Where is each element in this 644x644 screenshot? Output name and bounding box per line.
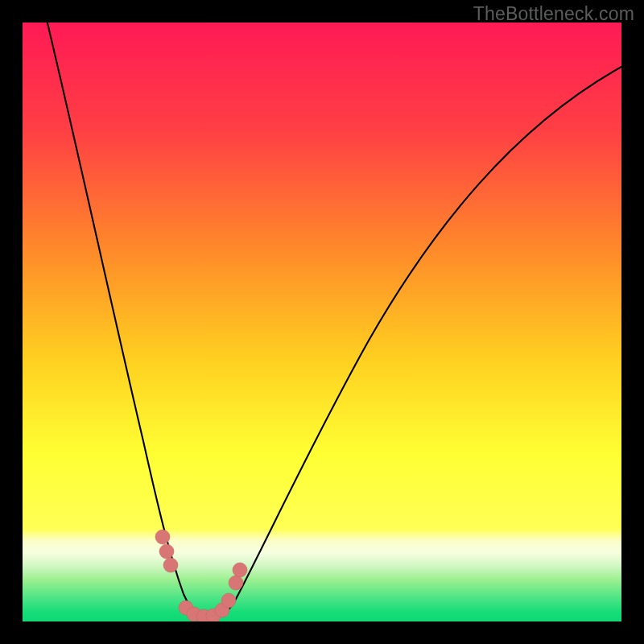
- outer-frame: TheBottleneck.com: [0, 0, 644, 644]
- marker-dot: [163, 558, 178, 572]
- marker-dot: [155, 530, 170, 544]
- watermark-text: TheBottleneck.com: [473, 3, 634, 25]
- marker-dot: [221, 593, 236, 608]
- marker-group: [155, 530, 247, 621]
- marker-dot: [159, 544, 174, 559]
- marker-dot: [229, 576, 243, 590]
- marker-dot: [233, 563, 247, 577]
- curve-path: [43, 23, 621, 618]
- plot-area: [23, 23, 621, 621]
- bottleneck-curve: [23, 23, 621, 621]
